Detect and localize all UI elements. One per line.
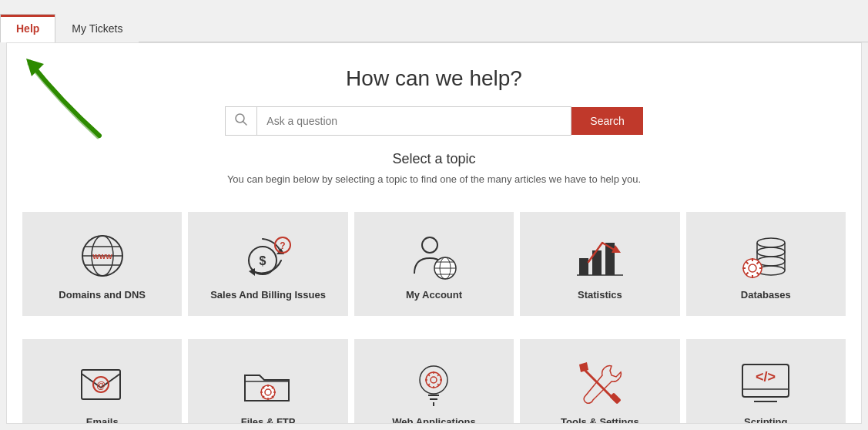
- emails-icon: @: [75, 358, 129, 408]
- files-ftp-icon: [241, 358, 295, 408]
- svg-point-26: [757, 238, 785, 247]
- section-description: You can begin below by selecting a topic…: [22, 173, 846, 185]
- scripting-icon: </>: [739, 358, 793, 408]
- main-content: How can we help? Search Select a topic Y…: [6, 42, 862, 424]
- svg-point-63: [420, 366, 447, 394]
- page-title: How can we help?: [22, 66, 846, 91]
- topic-label-sales-billing: Sales And Billing Issues: [210, 289, 326, 301]
- topic-databases[interactable]: Databases: [686, 212, 846, 316]
- tab-bar: Help My Tickets: [0, 0, 868, 42]
- search-input[interactable]: [257, 109, 571, 133]
- topic-files-ftp[interactable]: Files & FTP: [188, 339, 347, 424]
- topic-emails[interactable]: @ Emails: [22, 339, 182, 424]
- svg-point-30: [757, 247, 785, 257]
- svg-line-74: [438, 384, 440, 385]
- sales-billing-icon: $ ?: [241, 231, 295, 281]
- topic-label-statistics: Statistics: [578, 289, 622, 301]
- section-title: Select a topic: [22, 151, 846, 167]
- tab-my-tickets[interactable]: My Tickets: [55, 14, 139, 42]
- search-input-wrapper: [225, 106, 571, 136]
- tools-settings-icon: [573, 358, 627, 408]
- topic-domains-dns[interactable]: WWW Domains and DNS: [22, 212, 182, 316]
- svg-text:?: ?: [280, 240, 285, 251]
- hero-section: How can we help? Search Select a topic Y…: [7, 43, 861, 200]
- topic-scripting[interactable]: </> Scripting: [686, 339, 846, 424]
- topic-label-tools-settings: Tools & Settings: [561, 416, 639, 424]
- topic-label-my-account: My Account: [406, 289, 462, 301]
- search-button[interactable]: Search: [571, 107, 642, 135]
- topic-my-account[interactable]: My Account: [354, 212, 514, 316]
- topic-sales-billing[interactable]: $ ? Sales And Billing Issues: [188, 212, 347, 316]
- svg-rect-21: [579, 258, 588, 275]
- tab-help[interactable]: Help: [0, 14, 55, 42]
- topic-tools-settings[interactable]: Tools & Settings: [520, 339, 679, 424]
- topic-label-scripting: Scripting: [744, 416, 787, 424]
- svg-line-76: [428, 384, 430, 385]
- topic-grid-row1: WWW Domains and DNS $ ?: [7, 200, 861, 328]
- my-account-icon: [407, 231, 461, 281]
- svg-rect-78: [609, 392, 622, 405]
- topic-label-databases: Databases: [741, 289, 791, 301]
- search-bar: Search: [22, 106, 846, 136]
- svg-line-73: [428, 375, 430, 376]
- databases-icon: [739, 231, 793, 281]
- arrow-annotation: [15, 47, 115, 147]
- svg-point-15: [422, 237, 437, 253]
- select-topic-section: Select a topic You can begin below by se…: [22, 151, 846, 185]
- svg-text:</>: </>: [756, 369, 776, 385]
- topic-label-domains-dns: Domains and DNS: [59, 289, 146, 301]
- svg-point-68: [431, 377, 437, 383]
- topic-label-emails: Emails: [86, 416, 119, 424]
- svg-line-75: [438, 375, 440, 376]
- topic-statistics[interactable]: Statistics: [520, 212, 679, 316]
- svg-text:WWW: WWW: [92, 253, 112, 260]
- svg-line-2: [243, 122, 247, 126]
- web-applications-icon: [407, 358, 461, 408]
- svg-text:@: @: [96, 380, 106, 391]
- topic-label-web-applications: Web Applications: [392, 416, 475, 424]
- statistics-icon: [573, 231, 627, 281]
- svg-text:$: $: [260, 254, 266, 267]
- topic-web-applications[interactable]: Web Applications: [354, 339, 514, 424]
- topic-label-files-ftp: Files & FTP: [241, 416, 296, 424]
- topic-grid-row2: @ Emails: [7, 328, 861, 424]
- search-icon: [226, 107, 257, 135]
- domains-dns-icon: WWW: [75, 231, 129, 281]
